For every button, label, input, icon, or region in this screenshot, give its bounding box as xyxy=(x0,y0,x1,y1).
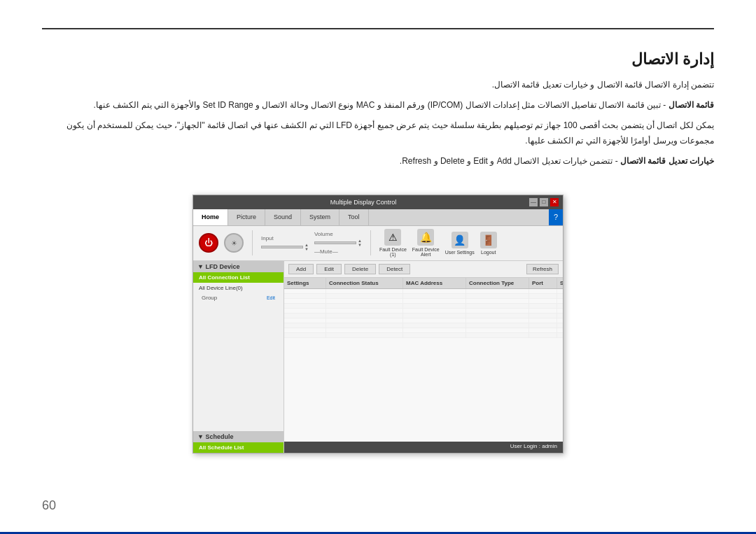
input-group: Input ▲ ▼ xyxy=(261,235,309,251)
menu-spacer xyxy=(369,209,549,225)
table-row xyxy=(284,304,563,309)
user-settings-item[interactable]: 👤 User Settings xyxy=(445,232,475,255)
user-settings-label: User Settings xyxy=(445,250,475,255)
mute-label: —Mute— xyxy=(314,248,362,255)
sidebar-spacer xyxy=(193,302,284,431)
toolbar-icon-group: ⚠ Fault Device(1) 🔔 Fault DeviceAlert 👤 … xyxy=(379,229,497,257)
cell xyxy=(466,304,529,308)
action-bar: Add Edit Delete Detect Refresh xyxy=(284,261,563,278)
cell xyxy=(557,323,563,328)
app-window: Multiple Display Control — □ ✕ Home Pict… xyxy=(192,195,564,454)
cell xyxy=(326,294,403,298)
help-button[interactable]: ? xyxy=(549,209,563,225)
cell xyxy=(529,323,557,328)
schedule-header[interactable]: ▼ Schedule xyxy=(193,431,284,442)
detect-button[interactable]: Detect xyxy=(379,264,410,274)
fault-device-alert-item[interactable]: 🔔 Fault DeviceAlert xyxy=(412,229,440,257)
cell xyxy=(557,309,563,313)
minimize-button[interactable]: — xyxy=(529,198,538,206)
table-row xyxy=(284,294,563,299)
edit-button[interactable]: Edit xyxy=(316,264,342,274)
cell xyxy=(466,309,529,313)
cell xyxy=(284,318,326,323)
sidebar-all-schedule-list[interactable]: All Schedule List xyxy=(193,442,284,453)
cell xyxy=(403,289,466,293)
fault-device-item[interactable]: ⚠ Fault Device(1) xyxy=(379,229,407,257)
volume-slider[interactable] xyxy=(314,241,356,244)
cell xyxy=(403,304,466,308)
sidebar: ▼ LFD Device All Connection List All Dev… xyxy=(193,261,284,453)
cell xyxy=(529,304,557,308)
cell xyxy=(529,318,557,323)
cell xyxy=(557,299,563,303)
logout-label: Logout xyxy=(481,250,496,255)
sidebar-all-connection-list[interactable]: All Connection List xyxy=(193,272,284,283)
fault-device-icon: ⚠ xyxy=(384,229,401,246)
add-button[interactable]: Add xyxy=(288,264,314,274)
logout-icon: 🚪 xyxy=(480,232,497,248)
page-title: إدارة الاتصال xyxy=(42,50,714,69)
volume-label: Volume xyxy=(314,231,362,237)
table-body xyxy=(284,289,563,442)
cell xyxy=(557,333,563,337)
paragraph-2: قائمة الاتصال - تبين قائمة الاتصال تفاصي… xyxy=(42,97,714,113)
maximize-button[interactable]: □ xyxy=(540,198,548,206)
schedule-label: ▼ Schedule xyxy=(197,433,233,440)
input-arrows: ▲ ▼ xyxy=(304,243,309,251)
cell xyxy=(326,318,403,323)
title-bar: Multiple Display Control — □ ✕ xyxy=(193,195,563,209)
cell xyxy=(326,299,403,303)
tab-picture[interactable]: Picture xyxy=(228,209,265,225)
cell xyxy=(284,294,326,298)
cell xyxy=(326,304,403,308)
close-button[interactable]: ✕ xyxy=(550,198,559,206)
cell xyxy=(284,323,326,328)
cell xyxy=(403,309,466,313)
table-row xyxy=(284,309,563,314)
cell xyxy=(529,333,557,337)
delete-button[interactable]: Delete xyxy=(344,264,376,274)
cell xyxy=(529,309,557,313)
group-edit-button[interactable]: Edit xyxy=(267,295,275,300)
fault-device-alert-icon: 🔔 xyxy=(417,229,434,246)
input-slider[interactable] xyxy=(261,246,303,248)
brightness-button[interactable]: ☀ xyxy=(224,233,244,253)
sidebar-all-device-list[interactable]: All Device Line(0) xyxy=(193,283,284,293)
col-mac-address: MAC Address xyxy=(403,278,466,288)
cell xyxy=(284,289,326,293)
col-port: Port xyxy=(529,278,557,288)
tab-home[interactable]: Home xyxy=(193,209,228,225)
cell xyxy=(466,289,529,293)
input-arrow-down[interactable]: ▼ xyxy=(304,247,309,251)
tab-tool[interactable]: Tool xyxy=(340,209,369,225)
volume-group: Volume ▲ ▼ —Mute— xyxy=(314,231,362,255)
user-settings-icon: 👤 xyxy=(451,232,468,248)
cell xyxy=(557,304,563,308)
cell xyxy=(284,304,326,308)
logout-item[interactable]: 🚪 Logout xyxy=(480,232,497,255)
tab-system[interactable]: System xyxy=(301,209,340,225)
paragraph-1: تتضمن إدارة الاتصال قائمة الاتصال و خيار… xyxy=(42,77,714,93)
cell xyxy=(466,323,529,328)
page-number: 60 xyxy=(42,498,56,513)
screenshot-wrapper: Multiple Display Control — □ ✕ Home Pict… xyxy=(42,195,714,506)
table-header: Settings Connection Status MAC Address C… xyxy=(284,278,563,289)
volume-arrow-down[interactable]: ▼ xyxy=(358,243,362,247)
fault-device-label: Fault Device(1) xyxy=(379,247,407,257)
cell xyxy=(403,323,466,328)
tab-sound[interactable]: Sound xyxy=(265,209,301,225)
page-container: إدارة الاتصال تتضمن إدارة الاتصال قائمة … xyxy=(0,0,756,534)
cell xyxy=(326,328,403,332)
table-row xyxy=(284,299,563,304)
lfd-device-header[interactable]: ▼ LFD Device xyxy=(193,261,284,272)
volume-control: ▲ ▼ xyxy=(314,239,362,247)
cell xyxy=(557,318,563,323)
cell xyxy=(326,323,403,328)
cell xyxy=(326,309,403,313)
refresh-button[interactable]: Refresh xyxy=(526,264,559,274)
table-row xyxy=(284,318,563,323)
cell xyxy=(466,314,529,318)
cell xyxy=(466,333,529,337)
power-button[interactable]: ⏻ xyxy=(199,233,218,253)
volume-arrows: ▲ ▼ xyxy=(358,239,362,247)
